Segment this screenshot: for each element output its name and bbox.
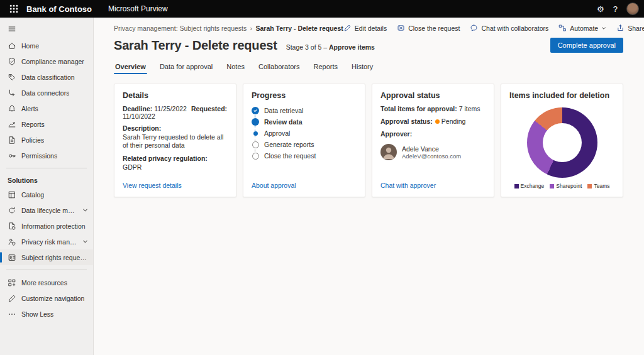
sidebar-item-alerts[interactable]: Alerts (0, 101, 93, 116)
legend-item: Exchange (514, 183, 545, 189)
progress-card: Progress Data retrieval Review data Appr… (243, 84, 365, 197)
progress-step-generate-reports: Generate reports (252, 139, 357, 150)
pencil-icon (8, 294, 16, 303)
progress-card-title: Progress (252, 91, 357, 100)
sidebar-item-privacy-risk-management[interactable]: Privacy risk management (0, 234, 93, 249)
share-label: Share (628, 25, 644, 32)
legend-label: Sharepoint (556, 183, 582, 189)
sidebar-item-data-classification[interactable]: Data classification (0, 69, 93, 85)
page-title: Sarah Terry - Delete request (114, 38, 277, 53)
sidebar-item-home[interactable]: Home (0, 38, 93, 53)
collapse-menu-icon[interactable] (3, 20, 21, 38)
pencil-icon (343, 24, 352, 32)
document-shield-icon (8, 222, 16, 231)
title-row: Sarah Terry - Delete request Stage 3 of … (114, 38, 644, 53)
tab-notes[interactable]: Notes (225, 60, 246, 74)
approver-avatar (380, 144, 397, 160)
tab-history[interactable]: History (350, 60, 374, 74)
step-current-icon (252, 118, 259, 126)
tab-overview[interactable]: Overview (114, 60, 147, 74)
lifecycle-icon (8, 206, 16, 215)
automate-label: Automate (570, 25, 598, 32)
approver-info: Adele Vance AdeleV@contoso.com (402, 145, 461, 160)
sidebar-item-label: Subject rights requests (21, 254, 88, 261)
step-label: Data retrieval (264, 107, 303, 114)
edit-details-label: Edit details (355, 25, 387, 32)
sidebar-item-label: Information protection (21, 222, 86, 230)
sidebar-item-show-less[interactable]: Show Less (0, 306, 93, 322)
deadline-row: Deadline: 11/25/2022 Requested: 11/10/20… (123, 105, 228, 120)
tab-reports[interactable]: Reports (312, 60, 339, 74)
chat-collaborators-label: Chat with collaborators (481, 25, 548, 32)
step-label: Close the request (264, 152, 316, 160)
share-dropdown[interactable]: Share (616, 24, 644, 32)
sidebar-item-label: More resources (21, 279, 67, 287)
edit-details-button[interactable]: Edit details (343, 24, 387, 32)
sidebar-item-permissions[interactable]: Permissions (0, 148, 93, 163)
details-card-title: Details (123, 91, 228, 100)
settings-gear-icon[interactable]: ⚙ (597, 5, 604, 13)
app-launcher-icon[interactable] (5, 0, 23, 18)
sidebar-item-data-connectors[interactable]: Data connectors (0, 85, 93, 101)
key-icon (8, 151, 16, 160)
sidebar-item-label: Data lifecycle management (21, 207, 77, 214)
breadcrumb-parent[interactable]: Privacy management: Subject rights reque… (114, 25, 247, 32)
progress-step-review-data: Review data (252, 116, 357, 128)
connector-icon (8, 89, 16, 97)
sidebar-item-customize-navigation[interactable]: Customize navigation (0, 290, 93, 306)
sidebar-item-reports[interactable]: Reports (0, 116, 93, 132)
chat-with-approver-link[interactable]: Chat with approver (380, 177, 486, 189)
more-resources-icon (8, 278, 16, 287)
progress-step-close-request: Close the request (252, 150, 357, 161)
legend-item: Teams (587, 183, 609, 189)
tab-collaborators[interactable]: Collaborators (257, 60, 301, 74)
total-items-value: 7 items (459, 105, 480, 112)
brand-name[interactable]: Bank of Contoso (26, 4, 92, 14)
legend-swatch (587, 184, 592, 188)
view-request-details-link[interactable]: View request details (123, 177, 228, 189)
chevron-down-icon (82, 239, 88, 244)
main-content: Privacy management: Subject rights reque… (94, 18, 644, 355)
approver-label: Approver: (380, 130, 486, 138)
sidebar-item-subject-rights-requests[interactable]: Subject rights requests (0, 249, 93, 265)
chevron-down-icon (82, 207, 88, 213)
step-todo-icon (252, 141, 259, 148)
automate-dropdown[interactable]: Automate (558, 24, 606, 32)
person-shield-icon (8, 238, 16, 246)
sidebar-item-catalog[interactable]: Catalog (0, 187, 93, 202)
progress-step-data-retrieval: Data retrieval (252, 105, 357, 116)
approval-status-label: Approval status: (380, 117, 433, 125)
chat-icon (470, 24, 478, 32)
donut-chart-wrap (509, 107, 614, 178)
sidebar: Home Compliance manager Data classificat… (0, 18, 94, 355)
approval-status-card: Approval status Total items for approval… (372, 84, 494, 197)
sidebar-item-label: Home (21, 42, 39, 50)
about-approval-link[interactable]: About approval (252, 177, 357, 189)
person-card-icon (8, 253, 16, 262)
shield-check-icon (8, 57, 16, 66)
sidebar-item-label: Permissions (21, 152, 57, 160)
regulation-block: Related privacy regulation: GDPR (123, 155, 228, 172)
sidebar-item-compliance-manager[interactable]: Compliance manager (0, 53, 93, 69)
sidebar-item-policies[interactable]: Policies (0, 132, 93, 148)
close-request-button[interactable]: Close the request (397, 24, 460, 32)
user-avatar[interactable] (626, 3, 639, 15)
step-label: Review data (264, 118, 303, 126)
sidebar-item-information-protection[interactable]: Information protection (0, 218, 93, 234)
topbar-right: ⚙ ? (597, 3, 639, 15)
tab-data-for-approval[interactable]: Data for approval (158, 60, 214, 74)
sidebar-item-more-resources[interactable]: More resources (0, 275, 93, 290)
sidebar-item-label: Compliance manager (21, 58, 84, 65)
requested-label: Requested: (191, 105, 227, 112)
chat-collaborators-button[interactable]: Chat with collaborators (470, 24, 548, 32)
product-name: Microsoft Purview (108, 4, 168, 13)
complete-approval-button[interactable]: Complete approval (550, 38, 623, 53)
help-icon[interactable]: ? (613, 5, 618, 13)
sidebar-item-label: Policies (21, 136, 44, 144)
ellipsis-icon (8, 310, 16, 319)
sidebar-item-label: Customize navigation (21, 295, 84, 302)
step-minor-icon (253, 131, 258, 136)
approval-status-row: Approval status:Pending (380, 117, 486, 125)
legend-item: Sharepoint (550, 183, 582, 189)
sidebar-item-data-lifecycle-management[interactable]: Data lifecycle management (0, 202, 93, 218)
